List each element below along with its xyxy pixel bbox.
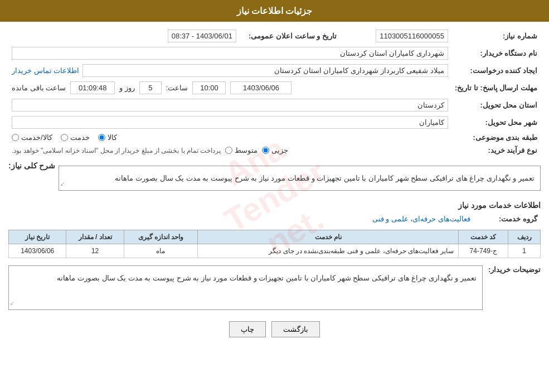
- buyer-desc-wrapper: توضیحات خریدار: تعمیر و نگهداری چراغ های…: [8, 263, 541, 313]
- page-title: جزئیات اطلاعات نیاز: [237, 6, 313, 16]
- table-row: 1 ج-749-74 سایر فعالیت‌های حرفه‌ای، علمی…: [9, 244, 541, 258]
- deadline-time-value: 10:00: [192, 81, 226, 94]
- category-option-khedmat[interactable]: خدمت: [61, 133, 90, 142]
- buyer-desc-value: تعمیر و نگهداری چراغ های ترافیکی سطح شهر…: [57, 274, 477, 282]
- col-header-name: نام خدمت: [198, 230, 459, 244]
- need-desc-title: شرح کلی نیاز:: [8, 161, 55, 170]
- cell-unit: ماه: [124, 244, 197, 258]
- buyer-org-value: شهرداری کامیاران استان کردستان: [12, 47, 448, 60]
- deadline-remaining-value: 01:09:48: [70, 81, 115, 94]
- date-label: تاریخ و ساعت اعلان عمومی:: [240, 27, 340, 45]
- process-label: نوع فرآیند خرید:: [451, 144, 541, 157]
- city-value: کامیاران: [12, 116, 448, 129]
- need-number-value: 1103005116000055: [376, 30, 448, 42]
- col-header-quantity: تعداد / مقدار: [66, 230, 124, 244]
- buttons-row: بازگشت چاپ: [8, 321, 541, 337]
- category-label: طبقه بندی موضوعی:: [451, 131, 541, 144]
- category-option-kala-khedmat[interactable]: کالا/خدمت: [12, 133, 52, 142]
- category-radio-group: کالا/خدمت خدمت کالا: [12, 133, 448, 142]
- page-header: جزئیات اطلاعات نیاز: [0, 0, 549, 22]
- process-row: پرداخت تمام یا بخشی از مبلغ خریدار از مح…: [12, 146, 448, 154]
- need-desc-box: تعمیر و نگهداری چراغ های ترافیکی سطح شهر…: [59, 166, 541, 191]
- creator-label: ایجاد کننده درخواست:: [451, 62, 541, 79]
- need-desc-value: تعمیر و نگهداری چراغ های ترافیکی سطح شهر…: [115, 174, 535, 182]
- province-label: استان محل تحویل:: [451, 96, 541, 114]
- back-button[interactable]: بازگشت: [271, 321, 320, 337]
- cell-date: 1403/06/06: [9, 244, 66, 258]
- services-title: اطلاعات خدمات مورد نیاز: [8, 201, 541, 210]
- services-table: ردیف کد خدمت نام خدمت واحد اندازه گیری ت…: [8, 230, 541, 258]
- deadline-days-value: 5: [139, 81, 162, 94]
- process-note: پرداخت تمام یا بخشی از مبلغ خریدار از مح…: [12, 147, 221, 154]
- cell-row: 1: [508, 244, 541, 258]
- contact-link[interactable]: اطلاعات تماس خریدار: [12, 66, 79, 75]
- print-button[interactable]: چاپ: [229, 321, 266, 337]
- service-group-label: گروه خدمت:: [474, 212, 541, 225]
- deadline-days-label: روز و: [119, 84, 135, 92]
- process-option-medium[interactable]: متوسط: [225, 146, 258, 154]
- cell-quantity: 12: [66, 244, 124, 258]
- cell-code: ج-749-74: [459, 244, 508, 258]
- deadline-remaining-label: ساعت باقی مانده: [12, 84, 66, 92]
- buyer-org-label: نام دستگاه خریدار:: [451, 45, 541, 62]
- col-header-row: ردیف: [508, 230, 541, 244]
- category-option-kala[interactable]: کالا: [98, 133, 117, 142]
- col-header-unit: واحد اندازه گیری: [124, 230, 197, 244]
- need-number-label: شماره نیاز:: [451, 27, 541, 45]
- date-value: 1403/06/01 - 08:37: [168, 30, 236, 42]
- buyer-desc-box: تعمیر و نگهداری چراغ های ترافیکی سطح شهر…: [8, 265, 483, 310]
- deadline-date-value: 1403/06/06: [230, 81, 291, 94]
- buyer-desc-label: توضیحات خریدار:: [488, 263, 541, 274]
- cell-name: سایر فعالیت‌های حرفه‌ای، علمی و فنی طبقه…: [198, 244, 459, 258]
- process-option-partial[interactable]: جزیی: [262, 146, 288, 154]
- col-header-date: تاریخ نیاز: [9, 230, 66, 244]
- deadline-time-label: ساعت:: [166, 84, 188, 92]
- province-value: کردستان: [12, 99, 448, 112]
- city-label: شهر محل تحویل:: [451, 114, 541, 131]
- creator-value: میلاد شفیعی کاربرداز شهرداری کامیاران اس…: [82, 64, 448, 77]
- service-group-value[interactable]: فعالیت‌های حرفه‌ای، علمی و فنی: [372, 215, 470, 223]
- deadline-label: مهلت ارسال پاسخ: تا تاریخ:: [451, 79, 541, 96]
- col-header-code: کد خدمت: [459, 230, 508, 244]
